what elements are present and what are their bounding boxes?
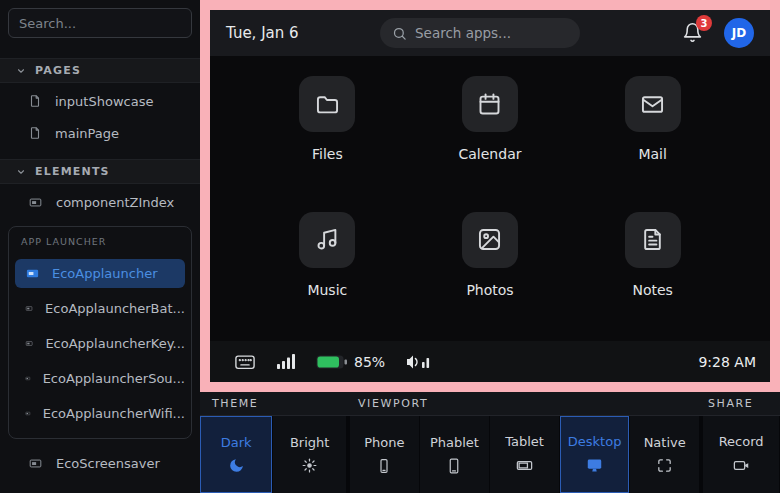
viewport-tablet-button[interactable]: Tablet bbox=[490, 416, 559, 493]
folder-icon bbox=[314, 91, 341, 118]
app-notes[interactable]: Notes bbox=[571, 212, 734, 342]
desktop-viewport-icon bbox=[585, 456, 604, 475]
toolbar-buttons: Dark Bright Phone Phablet Tablet Des bbox=[200, 416, 780, 493]
sidebar-item-ecoapplauncherbat[interactable]: EcoApplauncherBat... bbox=[15, 294, 185, 323]
button-label: Bright bbox=[290, 435, 329, 450]
theme-dark-button[interactable]: Dark bbox=[200, 416, 272, 493]
sidebar-item-label: EcoApplauncherBat... bbox=[45, 301, 185, 316]
sidebar-item-mainpage[interactable]: mainPage bbox=[0, 119, 200, 147]
app-tile bbox=[462, 212, 518, 268]
chevron-down-icon bbox=[16, 66, 26, 76]
sun-icon bbox=[301, 457, 318, 474]
theme-group-label: THEME bbox=[212, 397, 258, 410]
component-icon bbox=[28, 195, 43, 210]
sidebar-item-label: EcoApplauncherWifi... bbox=[43, 406, 185, 421]
app-search[interactable] bbox=[380, 18, 580, 48]
app-tile bbox=[625, 76, 681, 132]
section-header-pages[interactable]: PAGES bbox=[0, 58, 200, 83]
section-label: ELEMENTS bbox=[35, 165, 110, 178]
component-icon bbox=[28, 456, 43, 471]
sidebar-item-ecoscreensaver[interactable]: EcoScreensaver bbox=[0, 449, 200, 477]
sidebar-item-inputshowcase[interactable]: inputShowcase bbox=[0, 87, 200, 115]
app-label: Calendar bbox=[459, 146, 522, 162]
app-label: Photos bbox=[466, 282, 513, 298]
app-root: PAGES inputShowcase mainPage ELEMENTS co… bbox=[0, 0, 780, 493]
app-tile bbox=[625, 212, 681, 268]
button-label: Phone bbox=[364, 435, 404, 450]
sidebar-item-label: mainPage bbox=[55, 126, 119, 141]
battery-icon bbox=[316, 354, 347, 370]
app-launcher-group: APP LAUNCHER EcoApplauncher EcoApplaunch… bbox=[8, 226, 192, 439]
calendar-icon bbox=[476, 91, 503, 118]
app-tile bbox=[299, 76, 355, 132]
theme-bright-button[interactable]: Bright bbox=[273, 416, 345, 493]
sidebar-item-ecoapplauncherkey[interactable]: EcoApplauncherKey... bbox=[15, 329, 185, 358]
app-search-input[interactable] bbox=[415, 25, 565, 41]
notes-icon bbox=[639, 226, 666, 253]
photos-icon bbox=[476, 226, 503, 253]
sidebar-search-input[interactable] bbox=[8, 8, 192, 38]
button-label: Native bbox=[644, 435, 686, 450]
sidebar-item-label: EcoApplauncherKey... bbox=[45, 336, 185, 351]
button-label: Tablet bbox=[505, 434, 544, 449]
app-photos[interactable]: Photos bbox=[409, 212, 572, 342]
viewport-phone-button[interactable]: Phone bbox=[350, 416, 419, 493]
sidebar-item-label: EcoApplauncherSou... bbox=[43, 371, 185, 386]
moon-icon bbox=[228, 457, 245, 474]
component-sidebar: PAGES inputShowcase mainPage ELEMENTS co… bbox=[0, 0, 200, 493]
keyboard-icon[interactable] bbox=[234, 352, 256, 372]
app-label: Notes bbox=[632, 282, 672, 298]
app-label: Mail bbox=[638, 146, 666, 162]
app-grid: Files Calendar Mail bbox=[210, 56, 770, 341]
notification-badge: 3 bbox=[696, 15, 712, 31]
date-label: Tue, Jan 6 bbox=[226, 24, 376, 42]
sidebar-item-ecoapplauncherwifi[interactable]: EcoApplauncherWifi... bbox=[15, 399, 185, 428]
topbar-right: 3 JD bbox=[682, 18, 754, 48]
phone-viewport-icon bbox=[375, 457, 393, 475]
page-icon bbox=[28, 94, 42, 108]
component-icon bbox=[25, 336, 33, 351]
app-label: Music bbox=[307, 282, 347, 298]
component-icon bbox=[25, 371, 31, 386]
app-tile bbox=[462, 76, 518, 132]
viewport-phablet-button[interactable]: Phablet bbox=[420, 416, 489, 493]
app-music[interactable]: Music bbox=[246, 212, 409, 342]
app-mail[interactable]: Mail bbox=[571, 76, 734, 206]
notifications-button[interactable]: 3 bbox=[682, 22, 704, 44]
preview-pane: Tue, Jan 6 3 JD bbox=[200, 0, 780, 392]
button-label: Dark bbox=[221, 435, 252, 450]
app-label: Files bbox=[312, 146, 343, 162]
viewport-group-label: VIEWPORT bbox=[358, 397, 428, 410]
sidebar-item-getzindex[interactable]: getZIndex bbox=[0, 484, 200, 493]
record-video-icon bbox=[732, 456, 751, 475]
chevron-down-icon bbox=[16, 167, 26, 177]
component-icon bbox=[25, 266, 40, 281]
native-fullscreen-icon bbox=[656, 457, 673, 474]
app-files[interactable]: Files bbox=[246, 76, 409, 206]
section-header-elements[interactable]: ELEMENTS bbox=[0, 159, 200, 184]
viewport-desktop-button[interactable]: Desktop bbox=[560, 416, 629, 493]
app-tile bbox=[299, 212, 355, 268]
phablet-viewport-icon bbox=[445, 457, 463, 475]
launcher-topbar: Tue, Jan 6 3 JD bbox=[210, 10, 770, 56]
sidebar-item-ecoapplaunchersou[interactable]: EcoApplauncherSou... bbox=[15, 364, 185, 393]
sidebar-item-ecoapplauncher[interactable]: EcoApplauncher bbox=[15, 259, 185, 288]
volume-icon[interactable] bbox=[405, 353, 435, 371]
share-group-label: SHARE bbox=[708, 397, 753, 410]
viewport-native-button[interactable]: Native bbox=[630, 416, 699, 493]
eco-applauncher: Tue, Jan 6 3 JD bbox=[210, 10, 770, 382]
battery-indicator: 85% bbox=[316, 354, 385, 370]
clock: 9:28 AM bbox=[698, 354, 756, 370]
share-record-button[interactable]: Record bbox=[703, 416, 779, 493]
button-label: Record bbox=[719, 434, 764, 449]
avatar[interactable]: JD bbox=[724, 18, 754, 48]
search-icon bbox=[392, 26, 407, 41]
signal-strength-icon bbox=[276, 353, 296, 370]
component-icon bbox=[25, 301, 33, 316]
battery-percent: 85% bbox=[354, 354, 385, 370]
sidebar-item-label: EcoApplauncher bbox=[52, 266, 158, 281]
app-calendar[interactable]: Calendar bbox=[409, 76, 572, 206]
sidebar-item-componentzindex[interactable]: componentZIndex bbox=[0, 188, 200, 216]
button-label: Phablet bbox=[430, 435, 479, 450]
sidebar-item-label: componentZIndex bbox=[56, 195, 174, 210]
